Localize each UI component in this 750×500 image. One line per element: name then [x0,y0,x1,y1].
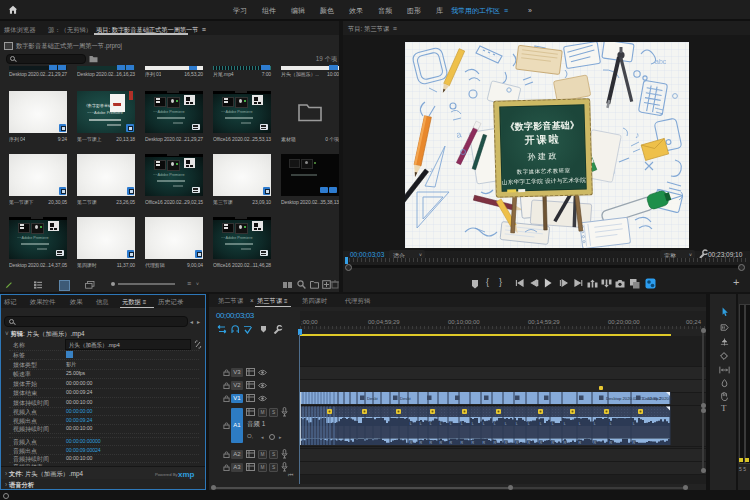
svg-text:L: L [505,422,507,426]
svg-text:L: L [440,422,442,426]
svg-text:L: L [540,422,542,426]
svg-text:L: L [633,422,635,426]
svg-text:R: R [460,441,463,445]
svg-text:R: R [609,441,612,445]
svg-text:abc: abc [655,58,667,65]
svg-text:L: L [430,422,432,426]
svg-text:Deskt: Deskt [367,396,379,401]
svg-text:R: R [551,441,554,445]
svg-text:L: L [420,422,422,426]
svg-text:L: L [516,422,518,426]
svg-text:L: L [528,422,530,426]
svg-text:L: L [450,422,452,426]
svg-text:R: R [482,441,485,445]
svg-text:R: R [578,441,581,445]
svg-text:R: R [449,441,452,445]
svg-text:R: R [632,441,635,445]
svg-text:R: R [439,441,442,445]
svg-text:孙建政: 孙建政 [526,152,559,162]
svg-text:R: R [504,441,507,445]
svg-text:L: L [579,422,581,426]
svg-text:R: R [563,441,566,445]
svg-text:L: L [461,422,463,426]
svg-text:R: R [419,441,422,445]
svg-text:L: L [610,422,612,426]
svg-text:R: R [409,441,412,445]
svg-text:Desktop 2020.0: Desktop 2020.0 [643,396,672,401]
svg-text:开课啦: 开课啦 [524,134,561,146]
svg-text:R: R [593,441,596,445]
svg-text:R: R [527,441,530,445]
svg-text:L: L [494,422,496,426]
svg-text:L: L [472,422,474,426]
svg-text:R: R [515,441,518,445]
svg-text:《数字影音基础》: 《数字影音基础》 [505,120,579,132]
svg-text:L: L [564,422,566,426]
svg-text:♪: ♪ [635,130,640,140]
svg-text:R: R [493,441,496,445]
svg-text:R: R [539,441,542,445]
svg-text:L: L [594,422,596,426]
svg-text:L: L [552,422,554,426]
svg-text:R: R [471,441,474,445]
svg-text:R: R [429,441,432,445]
svg-text:L: L [410,422,412,426]
svg-text:L: L [483,422,485,426]
svg-text:Deskt: Deskt [400,396,412,401]
